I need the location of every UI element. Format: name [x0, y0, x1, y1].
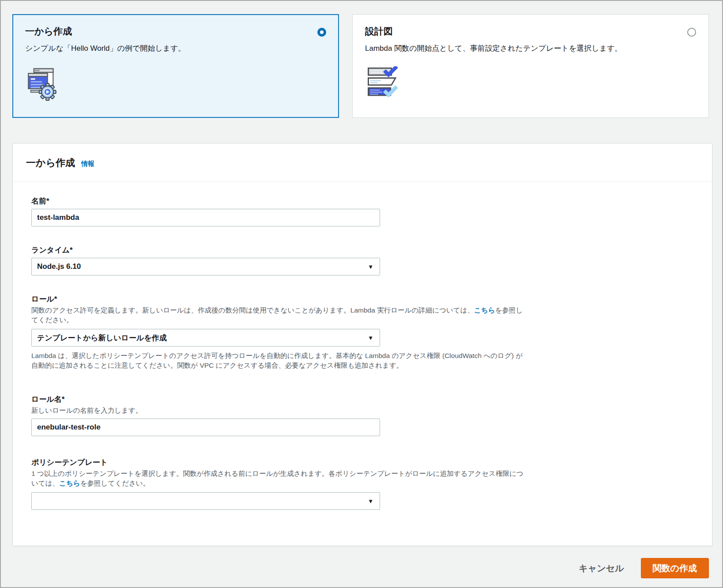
role-selected-value: テンプレートから新しいロールを作成: [37, 333, 167, 343]
role-label: ロール*: [31, 294, 693, 305]
policy-description-text-after: を参照してください。: [80, 479, 150, 487]
policy-templates-field-group: ポリシーテンプレート 1 つ以上のポリシーテンプレートを選択します。関数が作成さ…: [31, 457, 693, 510]
name-field-group: 名前*: [31, 196, 693, 226]
cancel-button[interactable]: キャンセル: [579, 562, 624, 574]
create-function-button[interactable]: 関数の作成: [641, 558, 709, 578]
lambda-create-function-screen: 一から作成 シンプルな「Hello World」の例で開始します。: [0, 0, 723, 588]
role-help-link[interactable]: こちら: [474, 306, 495, 314]
runtime-label: ランタイム*: [31, 245, 693, 256]
code-window-gear-icon: [25, 66, 326, 104]
card-description: シンプルな「Hello World」の例で開始します。: [25, 43, 325, 54]
runtime-selected-value: Node.js 6.10: [37, 262, 81, 271]
role-description: 関数のアクセス許可を定義します。新しいロールは、作成後の数分間は使用できないこと…: [31, 305, 528, 325]
author-from-scratch-panel: 一から作成 情報 名前* ランタイム* Node.js 6.10 ▼ ロール* …: [12, 143, 712, 546]
runtime-select[interactable]: Node.js 6.10 ▼: [31, 258, 380, 275]
role-name-label: ロール名*: [31, 394, 693, 405]
role-name-description: 新しいロールの名前を入力します。: [31, 406, 528, 415]
role-select[interactable]: テンプレートから新しいロールを作成 ▼: [31, 329, 380, 347]
card-title: 一から作成: [25, 25, 72, 37]
info-link[interactable]: 情報: [81, 160, 94, 168]
creation-option-cards: 一から作成 シンプルな「Hello World」の例で開始します。: [12, 14, 709, 118]
name-input[interactable]: [31, 209, 380, 226]
scratch-radio[interactable]: [317, 28, 326, 37]
runtime-field-group: ランタイム* Node.js 6.10 ▼: [31, 245, 693, 275]
policy-help-link[interactable]: こちら: [59, 479, 80, 487]
policy-templates-description: 1 つ以上のポリシーテンプレートを選択します。関数が作成される前にロールが生成さ…: [31, 469, 528, 488]
role-name-input[interactable]: [31, 418, 380, 436]
panel-header: 一から作成 情報: [13, 143, 712, 182]
card-description: Lambda 関数の開始点として、事前設定されたテンプレートを選択します。: [365, 43, 665, 54]
card-title: 設計図: [365, 25, 393, 37]
policy-templates-select[interactable]: ▼: [31, 492, 380, 510]
panel-body: 名前* ランタイム* Node.js 6.10 ▼ ロール* 関数のアクセス許可…: [13, 182, 712, 510]
footer-actions: キャンセル 関数の作成: [579, 558, 709, 578]
blueprint-radio[interactable]: [687, 28, 696, 37]
policy-templates-label: ポリシーテンプレート: [31, 457, 693, 468]
chevron-down-icon: ▼: [368, 498, 373, 505]
name-label: 名前*: [31, 196, 693, 207]
option-card-author-from-scratch[interactable]: 一から作成 シンプルな「Hello World」の例で開始します。: [12, 14, 339, 118]
role-field-group: ロール* 関数のアクセス許可を定義します。新しいロールは、作成後の数分間は使用で…: [31, 294, 693, 370]
checklist-templates-icon: [365, 66, 696, 101]
chevron-down-icon: ▼: [368, 264, 373, 270]
chevron-down-icon: ▼: [368, 335, 373, 341]
option-card-blueprints[interactable]: 設計図 Lambda 関数の開始点として、事前設定されたテンプレートを選択します…: [352, 14, 709, 118]
role-description-text: 関数のアクセス許可を定義します。新しいロールは、作成後の数分間は使用できないこと…: [31, 306, 474, 314]
role-helper-text: Lambda は、選択したポリシーテンプレートのアクセス許可を持つロールを自動的…: [31, 351, 528, 370]
role-name-field-group: ロール名* 新しいロールの名前を入力します。: [31, 394, 693, 436]
panel-title: 一から作成: [26, 156, 75, 170]
